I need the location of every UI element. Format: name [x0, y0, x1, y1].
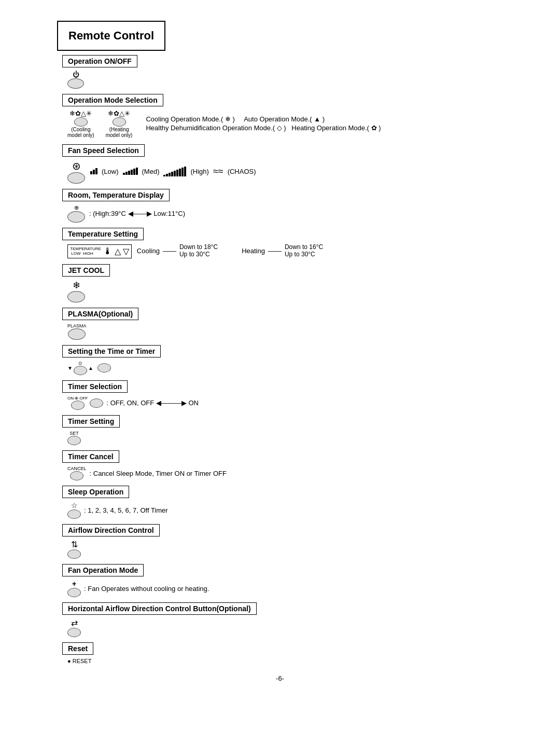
bar3: [95, 168, 97, 174]
cooling-down: Down to 18°C: [179, 243, 218, 251]
bar14: [174, 171, 176, 176]
fan-op-icon: +: [67, 580, 81, 597]
med-bars: [123, 168, 138, 175]
header-timer-cancel: Timer Cancel: [62, 450, 119, 463]
header-plasma: PLASMA(Optional): [62, 308, 138, 320]
plasma-label: PLASMA: [67, 323, 87, 328]
time-oval-2[interactable]: [97, 363, 111, 373]
section-temp-setting: Temperature Setting TEMPERATURE LOW HIGH…: [57, 228, 503, 259]
room-temp-oval[interactable]: [67, 211, 85, 223]
body-timer-cancel: CANCEL : Cancel Sleep Mode, Timer ON or …: [62, 466, 503, 480]
chaos-label: (CHAOS): [228, 168, 256, 175]
cooling-range-row: Cooling —— Down to 18°C Up to 30°C Heati…: [137, 243, 323, 258]
thermometer-icon: 🌡: [103, 246, 113, 257]
timer-on-oval[interactable]: [71, 401, 85, 410]
clock-sym: ⊙: [78, 361, 82, 366]
page-title: Remote Control: [68, 29, 154, 42]
healthy-dehum-text: Healthy Dehumidification Operation Mode.…: [146, 124, 381, 132]
high-bars: [163, 167, 186, 176]
heating-oval[interactable]: [113, 117, 126, 127]
header-mode-selection: Operation Mode Selection: [62, 94, 163, 106]
room-temp-icon: ⊕: [67, 204, 85, 223]
body-room-temp: ⊕ : (High:39°C ◀——▶ Low:11°C): [62, 204, 503, 223]
cancel-oval[interactable]: [70, 471, 83, 480]
heating-range-label: Heating: [242, 247, 265, 255]
cooling-range-label: Cooling: [137, 247, 160, 255]
sleep-oval[interactable]: [67, 510, 81, 519]
title-box: Remote Control: [57, 21, 165, 51]
fan-op-oval[interactable]: [67, 588, 81, 597]
timer-on-btn: ON·⊕·OFF: [67, 396, 88, 410]
up-v: ▲: [88, 365, 93, 371]
time-oval-1[interactable]: [74, 366, 87, 375]
section-timer-setting: Timer Setting SET: [57, 415, 503, 445]
bar4: [123, 173, 125, 175]
fan-speed-oval[interactable]: [67, 172, 85, 184]
room-temp-desc: : (High:39°C ◀——▶ Low:11°C): [89, 210, 185, 217]
section-set-time: Setting the Time or Timer ▼ ⊙ ▲: [57, 345, 503, 375]
bar10: [163, 175, 165, 176]
airflow-oval[interactable]: [67, 549, 81, 559]
temp-ranges: Cooling —— Down to 18°C Up to 30°C Heati…: [137, 243, 323, 259]
jet-cool-icon: ❄: [67, 280, 85, 302]
bar16: [179, 169, 181, 176]
time-btn-2: [97, 363, 111, 373]
fan-speed-icon: ⊛: [67, 160, 85, 184]
body-jet-cool: ❄: [62, 280, 503, 302]
set-label: SET: [69, 431, 79, 436]
bar6: [128, 171, 130, 175]
temp-label-small: TEMPERATURE LOW HIGH: [70, 246, 101, 256]
bar2: [93, 170, 95, 174]
sleep-desc: : 1, 2, 3, 4, 5, 6, 7, Off Timer: [84, 506, 168, 514]
body-temp-setting: TEMPERATURE LOW HIGH 🌡 △ ▽ Cooling —— Do…: [62, 243, 503, 259]
section-on-off: Operation ON/OFF ⏻: [57, 55, 503, 89]
body-fan-op-mode: + : Fan Operates without cooling or heat…: [62, 580, 503, 597]
bar8: [133, 169, 135, 175]
body-plasma: PLASMA: [62, 323, 503, 340]
section-fan-op-mode: Fan Operation Mode + : Fan Operates with…: [57, 564, 503, 597]
section-jet-cool: JET COOL ❄: [57, 264, 503, 302]
bar13: [171, 172, 173, 176]
cooling-op-text: Cooling Operation Mode.( ❄ ) Auto Operat…: [146, 115, 325, 123]
section-fan-speed: Fan Speed Selection ⊛ (Low): [57, 144, 503, 184]
mode-icons-row: ❄✿△✳ (Coolingmodel only) ❄✿△✳ (Heatingmo…: [67, 109, 381, 138]
mode-desc-col: Cooling Operation Mode.( ❄ ) Auto Operat…: [146, 115, 381, 132]
cooling-label: (Coolingmodel only): [67, 127, 94, 138]
bar11: [166, 174, 168, 176]
timer-set-icon: SET: [67, 431, 81, 445]
timer-off-oval[interactable]: [90, 398, 103, 408]
sleep-icon: ☆: [67, 501, 81, 519]
header-temp-setting: Temperature Setting: [62, 228, 144, 240]
cooling-temps: Down to 18°C Up to 30°C: [179, 243, 218, 258]
jet-symbol: ❄: [73, 280, 80, 291]
plasma-oval[interactable]: [68, 328, 86, 340]
temp-controls-box: TEMPERATURE LOW HIGH 🌡 △ ▽: [67, 244, 132, 258]
section-sleep-op: Sleep Operation ☆ : 1, 2, 3, 4, 5, 6, 7,…: [57, 486, 503, 519]
plasma-icon: PLASMA: [67, 323, 87, 340]
power-symbol: ⏻: [73, 71, 79, 78]
section-plasma: PLASMA(Optional) PLASMA: [57, 308, 503, 340]
header-horiz-airflow: Horizontal Airflow Direction Control But…: [62, 602, 257, 615]
up-arrow-icon[interactable]: △: [115, 246, 121, 256]
time-buttons: ▼ ⊙ ▲: [67, 361, 111, 375]
horiz-symbol: ⇄: [71, 618, 78, 628]
header-reset: Reset: [62, 642, 93, 655]
cancel-desc: : Cancel Sleep Mode, Timer ON or Timer O…: [90, 470, 227, 477]
timer-set-oval[interactable]: [67, 436, 81, 445]
med-label: (Med): [142, 168, 160, 175]
bar15: [176, 170, 178, 176]
dash1: ——: [163, 247, 176, 255]
down-arrow-icon[interactable]: ▽: [123, 246, 129, 256]
on-off-oval[interactable]: [67, 78, 84, 89]
body-horiz-airflow: ⇄: [62, 618, 503, 637]
horiz-airflow-icon: ⇄: [67, 618, 81, 637]
body-sleep-op: ☆ : 1, 2, 3, 4, 5, 6, 7, Off Timer: [62, 501, 503, 519]
on-off-button-icon: ⏻: [67, 71, 84, 89]
section-room-temp: Room, Temperature Display ⊕ : (High:39°C…: [57, 189, 503, 223]
cooling-oval[interactable]: [74, 117, 88, 127]
heating-temps: Down to 16°C Up to 30°C: [285, 243, 323, 258]
bar5: [125, 172, 128, 175]
header-fan-speed: Fan Speed Selection: [62, 144, 145, 157]
horiz-airflow-oval[interactable]: [67, 628, 81, 637]
jet-cool-oval[interactable]: [67, 291, 85, 302]
